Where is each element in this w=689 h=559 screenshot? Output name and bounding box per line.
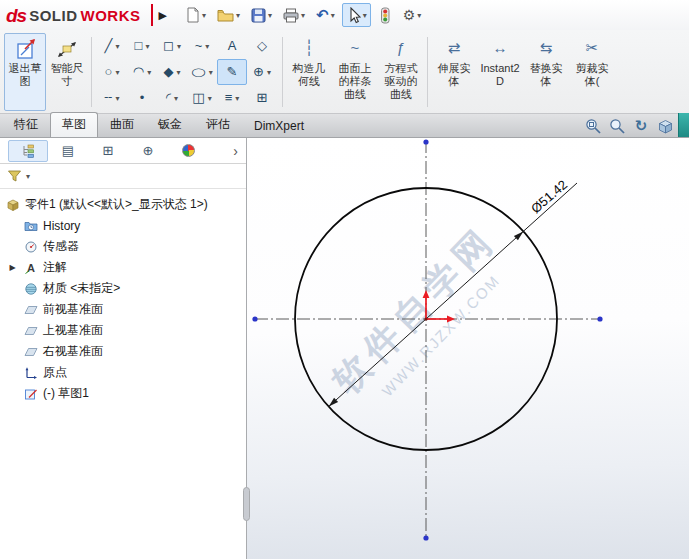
rotate-view-button[interactable]: ↻ — [632, 117, 650, 135]
smart-dimension-icon — [54, 37, 80, 61]
open-folder-icon — [217, 8, 234, 23]
dropdown-icon[interactable]: ▾ — [331, 11, 335, 20]
sketch-tool-pen[interactable]: ✎ — [217, 59, 247, 85]
panel-flyout-chevron-icon[interactable]: › — [233, 143, 238, 159]
tab-dimxpert[interactable]: DimXpert — [242, 115, 316, 137]
print-button[interactable]: ▾ — [279, 3, 309, 27]
sketch-entities-grid: ╱▾ □▾ ◻▾ ~▾ A ◇ ○▾ ◠▾ ◆▾ ◯▾ ✎ ⊕▾ ╌▾ • ◜▾… — [97, 33, 277, 111]
sketch-tool-point[interactable]: • — [127, 85, 157, 111]
sketch-tool-pattern[interactable]: ⊕▾ — [247, 59, 277, 85]
sketch-tool-line[interactable]: ╱▾ — [97, 33, 127, 59]
sketch-tool-polygon[interactable]: ◆▾ — [157, 59, 187, 85]
tree-item-sensors[interactable]: 传感器 — [0, 236, 246, 257]
tree-item-front-plane[interactable]: 前视基准面 — [0, 299, 246, 320]
material-icon — [24, 282, 38, 296]
sketch-tool-fillet[interactable]: ◜▾ — [157, 85, 187, 111]
dropdown-icon[interactable]: ▾ — [202, 11, 206, 20]
sketch-tool-text[interactable]: A — [217, 33, 247, 59]
display-color-wheel-icon — [182, 144, 195, 157]
title-bar: ds SOLIDWORKS ▶ ▾ ▾ ▾ ▾ ↶ ▾ — [0, 0, 689, 30]
dropdown-icon[interactable]: ▾ — [363, 11, 367, 20]
tree-item-top-plane[interactable]: 上视基准面 — [0, 320, 246, 341]
solidworks-window: ds SOLIDWORKS ▶ ▾ ▾ ▾ ▾ ↶ ▾ — [0, 0, 689, 559]
sketch-tool-centerline[interactable]: ╌▾ — [97, 85, 127, 111]
sketch-tool-convert-entities[interactable]: ⊞ — [247, 85, 277, 111]
menu-flyout-icon[interactable]: ▶ — [159, 9, 167, 22]
open-button[interactable]: ▾ — [213, 3, 244, 27]
propertymanager-tab[interactable]: ▤ — [48, 140, 88, 162]
trim-entities-button[interactable]: ✂ 剪裁实体( — [569, 33, 615, 111]
equation-driven-curve-button[interactable]: ƒ 方程式驱动的曲线 — [378, 33, 424, 111]
new-document-button[interactable]: ▾ — [181, 3, 210, 27]
view-orientation-button[interactable] — [656, 117, 674, 135]
tab-sketch[interactable]: 草图 — [50, 112, 98, 137]
sketch-tool-linear-pattern[interactable]: ≡▾ — [217, 85, 247, 111]
endpoint — [423, 139, 428, 144]
task-pane-tab[interactable] — [678, 113, 689, 137]
sketch-tool-mirror[interactable]: ◫▾ — [187, 85, 217, 111]
smart-dimension-button[interactable]: 智能尺寸 — [46, 33, 88, 111]
instant2d-button[interactable]: ↔ Instant2D — [477, 33, 523, 111]
graphics-area[interactable]: 软件自学网 WWW.RJZXW.COM Ø51.42 — [247, 138, 689, 559]
sketch-tool-ellipse[interactable]: ◯▾ — [187, 59, 217, 85]
dimxpert-target-icon: ⊕ — [143, 143, 154, 158]
dropdown-icon[interactable]: ▾ — [236, 11, 240, 20]
tree-item-sketch1[interactable]: (-) 草图1 — [0, 383, 246, 404]
dropdown-icon[interactable]: ▾ — [417, 11, 421, 20]
tab-evaluate[interactable]: 评估 — [194, 112, 242, 137]
panel-tabs: ▤ ⊞ ⊕ › — [0, 138, 246, 164]
tree-item-annotations[interactable]: ▶ A 注解 — [0, 257, 246, 278]
panel-splitter-handle[interactable] — [243, 487, 250, 521]
sketch-tool-centerpoint-arc[interactable]: ◠▾ — [127, 59, 157, 85]
stretch-entities-button[interactable]: ⇄ 伸展实体 — [431, 33, 477, 111]
plane-icon — [24, 345, 38, 359]
tree-item-material[interactable]: 材质 <未指定> — [0, 278, 246, 299]
equation-driven-curve-icon: ƒ — [397, 38, 405, 60]
sketch-tool-straight-slot[interactable]: ◻▾ — [157, 33, 187, 59]
sketch-tool-plane[interactable]: ◇ — [247, 33, 277, 59]
configurationmanager-tab[interactable]: ⊞ — [88, 140, 128, 162]
expand-arrow-icon[interactable]: ▶ — [6, 263, 19, 272]
zoom-to-area-button[interactable] — [608, 117, 626, 135]
zoom-to-fit-button[interactable] — [584, 117, 602, 135]
brand-works-text: WORKS — [81, 7, 141, 24]
save-button[interactable]: ▾ — [247, 3, 276, 27]
sketch-tool-circle[interactable]: ○▾ — [97, 59, 127, 85]
replace-entities-icon: ⇆ — [540, 38, 553, 60]
tab-sheet-metal[interactable]: 钣金 — [146, 112, 194, 137]
tree-root-part[interactable]: 零件1 (默认<<默认>_显示状态 1>) — [0, 194, 246, 215]
tree-item-right-plane[interactable]: 右视基准面 — [0, 341, 246, 362]
filter-funnel-icon[interactable] — [7, 169, 22, 183]
quick-access-toolbar: ▾ ▾ ▾ ▾ ↶ ▾ ▾ — [181, 3, 425, 27]
instant2d-icon: ↔ — [493, 38, 508, 60]
select-tool-button[interactable]: ▾ — [342, 3, 371, 27]
endpoint — [252, 316, 257, 321]
plane-icon — [24, 324, 38, 338]
tree-item-history[interactable]: History — [0, 215, 246, 236]
dropdown-icon[interactable]: ▾ — [26, 172, 30, 181]
tab-features[interactable]: 特征 — [2, 112, 50, 137]
rebuild-button[interactable] — [374, 3, 396, 27]
tree-filter-row: ▾ — [0, 164, 246, 189]
dropdown-icon[interactable]: ▾ — [301, 11, 305, 20]
endpoint — [597, 316, 602, 321]
sketch-icon — [24, 387, 38, 401]
origin-icon — [24, 366, 38, 380]
sketch-tool-corner-rectangle[interactable]: □▾ — [127, 33, 157, 59]
options-button[interactable]: ⚙ ▾ — [399, 3, 426, 27]
spline-on-surface-button[interactable]: ~ 曲面上的样条曲线 — [332, 33, 378, 111]
plane-icon — [24, 303, 38, 317]
replace-entities-button[interactable]: ⇆ 替换实体 — [523, 33, 569, 111]
exit-sketch-label: 退出草图 — [5, 62, 45, 88]
feature-tree: 零件1 (默认<<默认>_显示状态 1>) History 传感器 — [0, 189, 246, 404]
exit-sketch-button[interactable]: 退出草图 — [4, 33, 46, 111]
displaymanager-tab[interactable] — [168, 140, 208, 162]
construction-geometry-button[interactable]: ┆ 构造几何线 — [286, 33, 332, 111]
dropdown-icon[interactable]: ▾ — [268, 11, 272, 20]
tab-surfaces[interactable]: 曲面 — [98, 112, 146, 137]
featuremanager-tree-tab[interactable] — [8, 140, 48, 162]
undo-button[interactable]: ↶ ▾ — [312, 3, 339, 27]
tree-item-origin[interactable]: 原点 — [0, 362, 246, 383]
sketch-tool-spline[interactable]: ~▾ — [187, 33, 217, 59]
dimxpertmanager-tab[interactable]: ⊕ — [128, 140, 168, 162]
